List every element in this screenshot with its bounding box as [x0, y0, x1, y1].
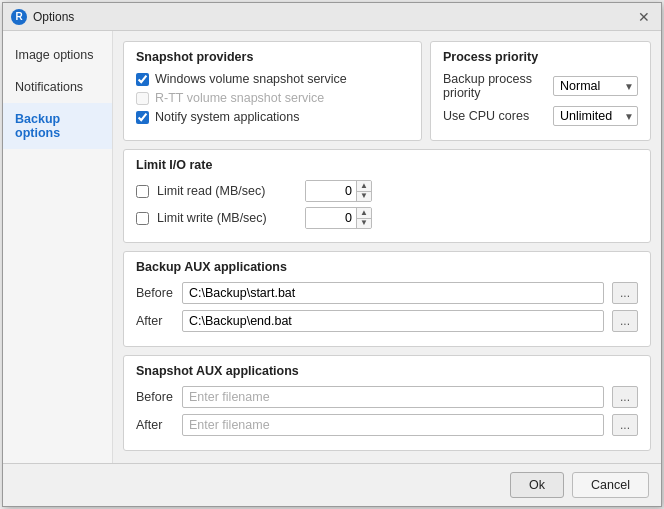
cpu-cores-row: Use CPU cores 1 2 4 Unlimited ▼ [443, 106, 638, 126]
windows-vss-row: Windows volume snapshot service [136, 72, 409, 86]
backup-priority-select[interactable]: Low Normal High [553, 76, 638, 96]
dialog-title: Options [33, 10, 74, 24]
limit-write-row: Limit write (MB/sec) ▲ ▼ [136, 207, 638, 229]
backup-aux-before-row: Before ... [136, 282, 638, 304]
snapshot-aux-before-input[interactable] [182, 386, 604, 408]
process-priority-title: Process priority [443, 50, 638, 64]
sidebar: Image options Notifications Backup optio… [3, 31, 113, 463]
rtt-vss-checkbox[interactable] [136, 92, 149, 105]
backup-aux-panel: Backup AUX applications Before ... After… [123, 251, 651, 347]
backup-aux-after-input[interactable] [182, 310, 604, 332]
limit-read-up[interactable]: ▲ [357, 181, 371, 192]
snapshot-aux-before-browse[interactable]: ... [612, 386, 638, 408]
top-row: Snapshot providers Windows volume snapsh… [123, 41, 651, 141]
snapshot-providers-panel: Snapshot providers Windows volume snapsh… [123, 41, 422, 141]
rtt-vss-label: R-TT volume snapshot service [155, 91, 324, 105]
cpu-cores-select[interactable]: 1 2 4 Unlimited [553, 106, 638, 126]
limit-write-input[interactable] [306, 208, 356, 228]
limit-read-checkbox[interactable] [136, 185, 149, 198]
backup-aux-after-browse[interactable]: ... [612, 310, 638, 332]
snapshot-aux-after-row: After ... [136, 414, 638, 436]
backup-aux-title: Backup AUX applications [136, 260, 638, 274]
options-dialog: R Options ✕ Image options Notifications … [2, 2, 662, 507]
limit-read-down[interactable]: ▼ [357, 192, 371, 202]
limit-read-row: Limit read (MB/sec) ▲ ▼ [136, 180, 638, 202]
backup-priority-wrapper: Low Normal High ▼ [553, 76, 638, 96]
app-icon: R [11, 9, 27, 25]
limit-write-up[interactable]: ▲ [357, 208, 371, 219]
snapshot-aux-before-label: Before [136, 390, 174, 404]
limit-write-down[interactable]: ▼ [357, 219, 371, 229]
limit-read-input-wrap: ▲ ▼ [305, 180, 372, 202]
notify-apps-checkbox[interactable] [136, 111, 149, 124]
windows-vss-checkbox[interactable] [136, 73, 149, 86]
limit-read-label: Limit read (MB/sec) [157, 184, 297, 198]
cancel-button[interactable]: Cancel [572, 472, 649, 498]
snapshot-aux-after-label: After [136, 418, 174, 432]
backup-priority-label: Backup process priority [443, 72, 553, 100]
sidebar-item-notifications[interactable]: Notifications [3, 71, 112, 103]
notify-apps-label: Notify system applications [155, 110, 300, 124]
process-priority-panel: Process priority Backup process priority… [430, 41, 651, 141]
ok-button[interactable]: Ok [510, 472, 564, 498]
limit-io-panel: Limit I/O rate Limit read (MB/sec) ▲ ▼ L… [123, 149, 651, 243]
snapshot-aux-title: Snapshot AUX applications [136, 364, 638, 378]
backup-aux-after-label: After [136, 314, 174, 328]
main-content: Snapshot providers Windows volume snapsh… [113, 31, 661, 463]
limit-write-spinner: ▲ ▼ [356, 208, 371, 228]
cpu-cores-wrapper: 1 2 4 Unlimited ▼ [553, 106, 638, 126]
limit-read-spinner: ▲ ▼ [356, 181, 371, 201]
sidebar-item-backup-options[interactable]: Backup options [3, 103, 112, 149]
snapshot-aux-after-browse[interactable]: ... [612, 414, 638, 436]
backup-priority-row: Backup process priority Low Normal High … [443, 72, 638, 100]
limit-write-label: Limit write (MB/sec) [157, 211, 297, 225]
cpu-cores-label: Use CPU cores [443, 109, 529, 123]
sidebar-item-image-options[interactable]: Image options [3, 39, 112, 71]
snapshot-aux-panel: Snapshot AUX applications Before ... Aft… [123, 355, 651, 451]
backup-aux-before-input[interactable] [182, 282, 604, 304]
backup-aux-before-browse[interactable]: ... [612, 282, 638, 304]
snapshot-aux-after-input[interactable] [182, 414, 604, 436]
backup-aux-before-label: Before [136, 286, 174, 300]
dialog-body: Image options Notifications Backup optio… [3, 31, 661, 463]
windows-vss-label: Windows volume snapshot service [155, 72, 347, 86]
backup-aux-after-row: After ... [136, 310, 638, 332]
title-bar-left: R Options [11, 9, 74, 25]
title-bar: R Options ✕ [3, 3, 661, 31]
dialog-footer: Ok Cancel [3, 463, 661, 506]
limit-read-input[interactable] [306, 181, 356, 201]
limit-io-title: Limit I/O rate [136, 158, 638, 172]
snapshot-providers-title: Snapshot providers [136, 50, 409, 64]
limit-write-input-wrap: ▲ ▼ [305, 207, 372, 229]
close-button[interactable]: ✕ [635, 8, 653, 26]
snapshot-aux-before-row: Before ... [136, 386, 638, 408]
rtt-vss-row: R-TT volume snapshot service [136, 91, 409, 105]
limit-write-checkbox[interactable] [136, 212, 149, 225]
notify-apps-row: Notify system applications [136, 110, 409, 124]
